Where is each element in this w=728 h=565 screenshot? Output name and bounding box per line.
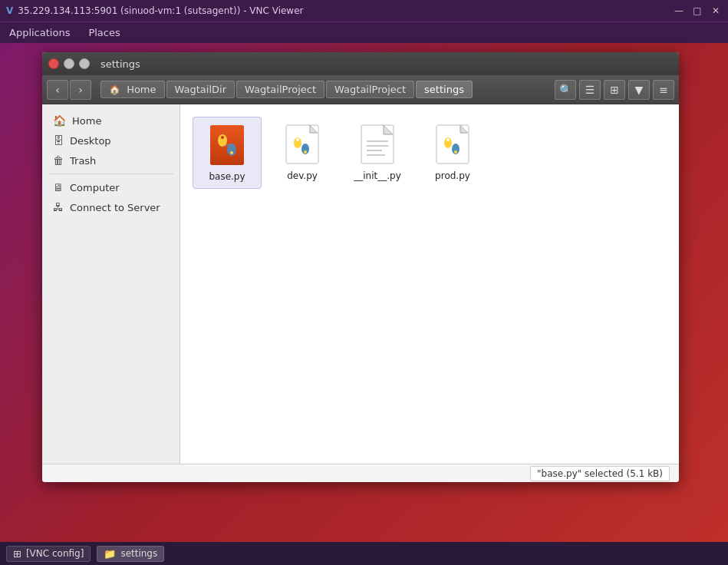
status-bar: "base.py" selected (5.1 kB) <box>42 464 679 482</box>
file-base-py[interactable]: base.py <box>193 117 262 189</box>
window-controls: — □ ✕ <box>673 5 722 17</box>
places-menu[interactable]: Places <box>85 25 123 40</box>
file-init-py-name: __init__.py <box>354 170 401 181</box>
svg-point-30 <box>454 150 457 154</box>
content-area: 🏠 Home 🗄 Desktop 🗑 Trash 🖥 Computer 🖧 Co… <box>42 104 679 464</box>
file-dev-py[interactable]: dev.py <box>268 117 337 189</box>
forward-button[interactable]: › <box>70 80 91 100</box>
maximize-button[interactable] <box>79 58 90 69</box>
taskbar-settings-icon: 📁 <box>104 548 116 560</box>
file-init-py[interactable]: __init__.py <box>343 117 412 189</box>
file-dev-py-icon <box>284 123 321 166</box>
toolbar: ‹ › 🏠 Home WagtailDir WagtailProject Wag… <box>42 75 679 104</box>
back-button[interactable]: ‹ <box>47 80 68 100</box>
sidebar-item-desktop-label: Desktop <box>70 135 111 147</box>
minimize-button[interactable]: — <box>673 5 685 17</box>
computer-icon: 🖥 <box>53 181 64 193</box>
svg-point-13 <box>296 138 299 141</box>
view-list-button[interactable]: ☰ <box>579 80 601 100</box>
menu-button[interactable]: ≡ <box>653 80 674 100</box>
sort-button[interactable]: ▼ <box>628 80 650 100</box>
sidebar: 🏠 Home 🗄 Desktop 🗑 Trash 🖥 Computer 🖧 Co… <box>42 104 180 464</box>
minimize-button[interactable] <box>64 58 74 69</box>
server-icon: 🖧 <box>53 201 64 213</box>
file-dev-py-name: dev.py <box>287 170 318 181</box>
sidebar-item-home[interactable]: 🏠 Home <box>42 111 180 131</box>
home-icon: 🏠 <box>109 84 120 95</box>
system-title-bar: V 35.229.134.113:5901 (sinuod-vm:1 (suts… <box>0 0 728 21</box>
sidebar-item-trash[interactable]: 🗑 Trash <box>42 150 180 170</box>
file-prod-py-name: prod.py <box>435 170 470 181</box>
sidebar-item-computer-label: Computer <box>70 182 120 193</box>
python-svg-2 <box>436 124 469 164</box>
search-button[interactable]: 🔍 <box>555 80 576 100</box>
text-file-svg <box>361 124 394 164</box>
file-manager-window: settings ‹ › 🏠 Home WagtailDir WagtailPr… <box>42 52 679 482</box>
python-svg <box>285 124 319 164</box>
svg-point-29 <box>446 138 450 141</box>
nav-buttons: ‹ › <box>47 80 91 100</box>
file-prod-py-icon <box>434 123 471 166</box>
sidebar-separator <box>48 173 173 174</box>
title-bar: settings <box>42 52 679 75</box>
close-button[interactable] <box>48 58 59 69</box>
home-icon: 🏠 <box>53 114 66 127</box>
breadcrumb: 🏠 Home WagtailDir WagtailProject Wagtail… <box>100 81 545 98</box>
trash-icon: 🗑 <box>53 154 64 167</box>
taskbar-vnc-label: [VNC config] <box>26 548 84 559</box>
breadcrumb-home-label: Home <box>127 84 156 95</box>
sidebar-item-home-label: Home <box>72 115 101 127</box>
python-selected-svg <box>210 125 244 165</box>
sidebar-item-connect-label: Connect to Server <box>70 202 160 213</box>
breadcrumb-home[interactable]: 🏠 Home <box>100 81 165 98</box>
breadcrumb-wagtailproject1[interactable]: WagtailProject <box>236 81 324 98</box>
sidebar-item-connect-to-server[interactable]: 🖧 Connect to Server <box>42 197 180 217</box>
title-bar-text: settings <box>100 58 140 70</box>
file-base-py-icon <box>209 124 245 167</box>
status-text: "base.py" selected (5.1 kB) <box>530 466 670 481</box>
breadcrumb-settings[interactable]: settings <box>416 81 473 98</box>
maximize-button[interactable]: □ <box>691 5 703 17</box>
breadcrumb-wagtailproject2[interactable]: WagtailProject <box>326 81 414 98</box>
view-grid-button[interactable]: ⊞ <box>604 80 625 100</box>
file-prod-py[interactable]: prod.py <box>418 117 487 189</box>
taskbar: ⊞ [VNC config] 📁 settings <box>0 542 728 565</box>
sidebar-item-computer[interactable]: 🖥 Computer <box>42 177 180 197</box>
toolbar-right: 🔍 ☰ ⊞ ▼ ≡ <box>555 80 674 100</box>
file-area: base.py dev.p <box>180 104 679 464</box>
applications-menu[interactable]: Applications <box>6 25 73 40</box>
taskbar-settings[interactable]: 📁 settings <box>97 546 164 562</box>
file-init-py-icon <box>359 123 396 166</box>
desktop-icon: 🗄 <box>53 134 64 147</box>
svg-point-14 <box>304 150 307 154</box>
sidebar-item-trash-label: Trash <box>70 155 96 167</box>
vnc-icon: V <box>6 5 13 16</box>
taskbar-settings-label: settings <box>120 548 157 559</box>
sidebar-item-desktop[interactable]: 🗄 Desktop <box>42 131 180 150</box>
close-button[interactable]: ✕ <box>710 5 722 17</box>
svg-point-5 <box>230 151 233 154</box>
taskbar-vnc-config[interactable]: ⊞ [VNC config] <box>6 546 91 562</box>
breadcrumb-wagtaildir[interactable]: WagtailDir <box>166 81 236 98</box>
app-bar: Applications Places <box>0 21 728 43</box>
file-base-py-name: base.py <box>209 171 245 182</box>
svg-point-4 <box>221 136 224 139</box>
taskbar-vnc-icon: ⊞ <box>13 548 21 560</box>
window-title: 35.229.134.113:5901 (sinuod-vm:1 (sutsag… <box>18 5 673 16</box>
